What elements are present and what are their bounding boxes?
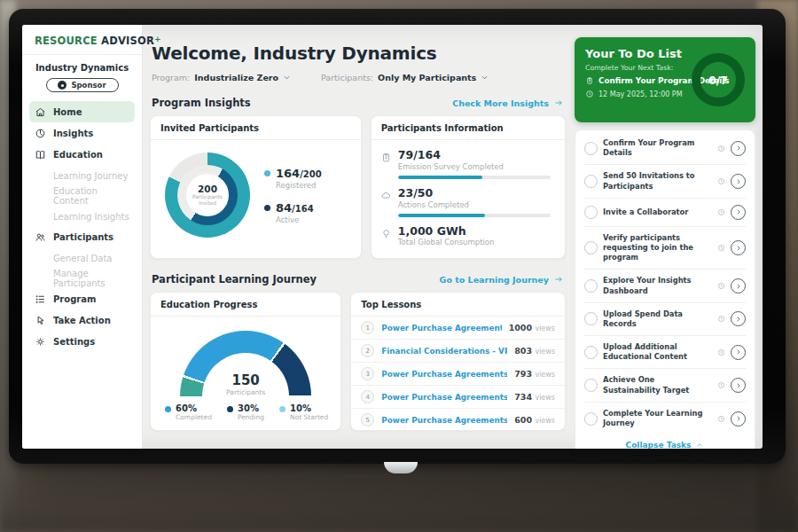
task-label: Achieve One Sustainability Target [603,375,712,395]
lesson-link[interactable]: Power Purchase Agreements 101 [381,370,507,379]
task-checkbox[interactable] [584,312,598,325]
task-checkbox[interactable] [584,279,598,293]
chevron-right-icon [735,245,742,252]
settings-icon [35,336,46,348]
sidebar-item-insights[interactable]: Insights [29,122,135,144]
task-clock-icon [717,415,725,423]
progress-bar [398,214,551,217]
sidebar-item-label: Home [53,107,82,117]
sidebar-item-take-action[interactable]: Take Action [29,309,135,331]
gauge-center: 150 Participants [180,372,311,396]
sidebar-item-settings[interactable]: Settings [29,331,135,352]
legend-completed: 60% Completed [165,403,212,421]
sidebar-item-manage-participants[interactable]: Manage Participants [29,269,135,288]
todo-task-row[interactable]: Complete Your Learning Journey [584,403,746,434]
legend-dot [227,406,233,412]
stat-emission-survey: 79/164Emission Survey Completed [380,149,554,171]
task-open-button[interactable] [731,174,746,189]
sidebar-item-general-data[interactable]: General Data [29,248,135,268]
task-open-button[interactable] [731,378,746,393]
lesson-link[interactable]: Power Purchase Agreements 103 [381,416,507,425]
task-open-button[interactable] [731,141,746,156]
lesson-link[interactable]: Power Purchase Agreements 101 [381,324,501,332]
clipboard-icon [585,76,594,85]
task-open-button[interactable] [731,205,746,220]
task-checkbox[interactable] [584,142,598,155]
gauge-legend: 60% Completed 30% Pending 10% Not Starte… [151,396,340,421]
todo-task-row[interactable]: Confirm Your Program Details [584,132,746,165]
sidebar: RESOURCE ADVISOR+ Industry Dynamics Spon… [22,25,143,449]
sidebar-item-program[interactable]: Program [29,288,135,309]
task-label: Upload Spend Data Records [603,309,712,329]
sidebar-item-label: Participants [53,232,113,242]
task-clock-icon [717,145,725,153]
sponsor-badge[interactable]: Sponsor [46,78,119,92]
sidebar-program-name: Industry Dynamics [22,63,142,73]
task-clock-icon [717,177,725,185]
card-title: Education Progress [151,293,340,317]
task-checkbox[interactable] [584,206,598,219]
lesson-rank: 1 [361,321,374,334]
home-icon [35,106,46,118]
sidebar-item-learning-insights[interactable]: Learning Insights [29,207,135,226]
donut-legend: 164/200 Registered 84/164 Active [264,167,322,224]
donut-center-label: ParticipantsInvited [192,194,223,207]
task-open-button[interactable] [731,345,746,360]
invited-donut-chart: 200 ParticipantsInvited [165,153,250,238]
todo-task-row[interactable]: Explore Your Insights Dashboard [584,270,746,302]
chevron-right-icon [735,348,742,356]
card-title: Top Lessons [351,293,565,317]
sidebar-item-label: Learning Journey [53,171,128,181]
participants-information-card: Participants Information 79/164Emission … [371,115,566,259]
education-gauge-chart: 150 Participants [180,331,311,396]
todo-task-row[interactable]: Verify participants requesting to join t… [584,227,746,270]
task-open-button[interactable] [731,411,746,426]
program-filter[interactable]: Program: Industrialize Zero [152,73,291,82]
task-clock-icon [717,282,725,290]
participants-filter-label: Participants: [321,73,373,82]
lesson-rank: 2 [361,344,374,357]
sidebar-item-education-content[interactable]: Education Content [29,186,135,206]
education-icon [35,149,46,160]
task-open-button[interactable] [731,311,746,326]
sidebar-item-label: Program [53,294,96,304]
insights-cards-row: Invited Participants 200 ParticipantsInv… [150,115,566,259]
task-open-button[interactable] [731,240,746,255]
page-title: Welcome, Industry Dynamics [152,43,566,64]
lesson-rank: 5 [361,413,374,426]
sidebar-item-participants[interactable]: Participants [29,226,135,247]
sidebar-item-home[interactable]: Home [29,101,135,122]
check-more-insights-link[interactable]: Check More Insights [452,98,564,108]
task-checkbox[interactable] [584,412,598,426]
lesson-link[interactable]: Power Purchase Agreements 102 [381,393,507,402]
task-open-button[interactable] [731,278,746,293]
task-clock-icon [717,348,725,356]
todo-task-row[interactable]: Send 50 Invitations to Participants [584,165,746,198]
task-label: Invite a Collaborator [603,207,712,217]
collapse-tasks-link[interactable]: Collapse Tasks [584,434,746,449]
lesson-link[interactable]: Financial Considerations - VPPAs [381,347,507,356]
chevron-right-icon [735,145,742,152]
sidebar-item-learning-journey[interactable]: Learning Journey [29,166,135,185]
chevron-down-icon [283,74,291,82]
program-filter-value: Industrialize Zero [194,73,278,82]
filters-row: Program: Industrialize Zero Participants… [152,73,566,82]
legend-not-started: 10% Not Started [279,403,328,421]
task-checkbox[interactable] [584,379,598,392]
task-checkbox[interactable] [584,175,598,188]
link-label: Go to Learning Journey [440,275,549,285]
monitor-bezel: RESOURCE ADVISOR+ Industry Dynamics Spon… [9,9,786,464]
app-logo: RESOURCE ADVISOR+ [22,25,142,55]
task-label: Verify participants requesting to join t… [603,233,712,263]
program-insights-heading: Program Insights [152,97,251,109]
todo-task-row[interactable]: Upload Spend Data Records [584,303,746,336]
task-checkbox[interactable] [584,346,598,359]
chevron-right-icon [735,208,742,215]
go-to-learning-journey-link[interactable]: Go to Learning Journey [440,275,564,285]
todo-task-row[interactable]: Achieve One Sustainability Target [584,369,746,402]
todo-task-row[interactable]: Invite a Collaborator [584,199,746,227]
task-checkbox[interactable] [584,241,598,254]
sidebar-item-education[interactable]: Education [29,144,135,165]
participants-filter[interactable]: Participants: Only My Participants [321,73,489,82]
todo-task-row[interactable]: Upload Additional Educational Content [584,336,746,369]
